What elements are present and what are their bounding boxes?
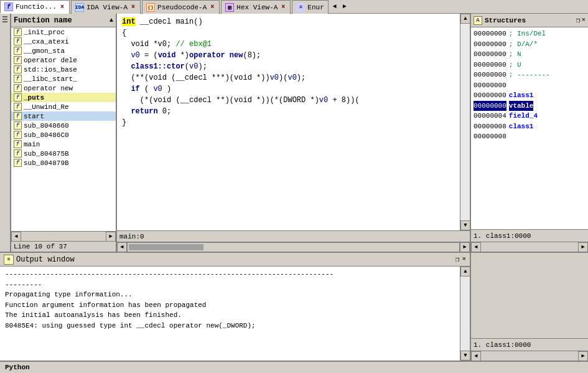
code-scroll-up[interactable]: ▲ (460, 14, 470, 24)
output-icon: ≡ (4, 255, 14, 265)
fn-name-cxa-atexi: __cxa_atexi (24, 38, 69, 45)
struct-line-field4[interactable]: 00000004 field_4 (474, 111, 586, 121)
output-line-1: ----------------------------------------… (5, 269, 455, 280)
bottom-left: ≡ Output window ❐ × --------------------… (0, 253, 470, 361)
structures-header-btns: ❐ × (576, 16, 586, 24)
sidebar-item-puts[interactable]: f _puts (11, 93, 116, 102)
sidebar-item-operator-new[interactable]: f operator new (11, 83, 116, 93)
tab-enumerations[interactable]: ≡ Enur (292, 0, 328, 14)
code-vscrollbar[interactable]: ▲ ▼ (460, 14, 470, 230)
code-line-6: class1::ctor(v0); (122, 61, 455, 72)
tab-nav-right[interactable]: ► (340, 0, 350, 13)
sidebar-item-sub-804875b[interactable]: f sub_804875B (11, 149, 116, 158)
hex-view-tab-close[interactable]: × (280, 4, 286, 11)
code-hscroll-right[interactable]: ► (460, 242, 470, 252)
fn-icon-main: f (14, 140, 22, 148)
output-scroll-track[interactable] (460, 276, 470, 351)
functions-tab-close[interactable]: × (59, 4, 65, 11)
struct-line-8-empty: 00000008 (474, 131, 586, 142)
sidebar-item-main[interactable]: f main (11, 139, 116, 149)
struct-line-2: 00000000 ; D/A/* (474, 39, 586, 50)
code-hscroll[interactable]: ◄ ► (117, 242, 470, 252)
struct-line-vtable[interactable]: 00000000 vtable (474, 101, 586, 111)
fn-icon-start: f (14, 112, 22, 120)
output-vscrollbar[interactable]: ▲ ▼ (460, 267, 470, 361)
left-edge-strip (0, 14, 11, 252)
struct-line-class1-2[interactable]: 00000008 class1 (474, 121, 586, 132)
bottom-right-scroll[interactable]: ◄ ► (471, 351, 588, 361)
sidebar-item-sub-80486c0[interactable]: f sub_80486C0 (11, 130, 116, 139)
pseudocode-tab-close[interactable]: × (209, 4, 215, 11)
tab-nav-left[interactable]: ◄ (330, 0, 340, 13)
output-close-btn[interactable]: × (462, 255, 466, 263)
code-hscroll-track[interactable] (127, 242, 460, 252)
bottom-right-class-ref: 1. class1:0000 (474, 341, 531, 349)
fn-icon-cxa-atexi: f (14, 37, 22, 45)
fn-icon-sub-804875b: f (14, 149, 22, 158)
output-restore-btn[interactable]: ❐ (455, 255, 460, 263)
output-content[interactable]: ----------------------------------------… (0, 267, 460, 361)
fn-icon-operator-dele: f (14, 56, 22, 64)
fn-name-libc-start: __libc_start_ (24, 75, 77, 83)
python-label: Python (5, 364, 30, 371)
sidebar-scroll-up-btn[interactable]: ▲ (110, 17, 113, 24)
code-hscroll-thumb (129, 244, 203, 250)
sidebar-item-init-proc[interactable]: f _init_proc (11, 27, 116, 37)
output-with-scroll: ----------------------------------------… (0, 267, 470, 361)
structures-hscroll-left[interactable]: ◄ (471, 242, 481, 252)
sidebar-item-cxa-atexi[interactable]: f __cxa_atexi (11, 37, 116, 46)
sidebar-status: Line 10 of 37 (11, 241, 116, 252)
fn-icon-puts: f (14, 93, 22, 102)
sidebar-scroll-right[interactable]: ► (106, 232, 116, 242)
output-scroll-down[interactable]: ▼ (460, 351, 470, 361)
sidebar-item-operator-dele[interactable]: f operator dele (11, 55, 116, 65)
tab-hex-view[interactable]: ▦ Hex View-A × (221, 0, 291, 14)
tab-ida-view[interactable]: IDA IDA View-A × (71, 0, 141, 14)
ida-view-tab-icon: IDA (75, 3, 84, 12)
left-edge-marks (0, 14, 10, 252)
fn-name-operator-dele: operator dele (24, 57, 77, 64)
enum-tab-label: Enur (307, 4, 324, 11)
ida-view-tab-label: IDA View-A (86, 4, 128, 11)
sidebar-item-start[interactable]: f start (11, 111, 116, 121)
sidebar-hscroll-track[interactable] (21, 232, 106, 241)
hex-view-tab-label: Hex View-A (236, 4, 278, 11)
code-hscroll-left[interactable]: ◄ (117, 242, 127, 252)
python-bar[interactable]: Python (0, 361, 588, 373)
tab-functions[interactable]: f Functio... × (0, 0, 70, 14)
bottom-right-status: 1. class1:0000 (471, 338, 588, 351)
sidebar-item-ios-base[interactable]: f std::ios_base (11, 65, 116, 74)
fn-name-main: main (24, 141, 40, 148)
output-line-4: Function argument information has been p… (5, 300, 455, 311)
sidebar-line-count: Line 10 of 37 (14, 243, 67, 250)
code-scroll-track[interactable] (460, 24, 470, 220)
fn-name-sub-804879b: sub_804879B (24, 159, 69, 167)
structures-restore-btn[interactable]: ❐ (576, 16, 581, 24)
code-scroll-down[interactable]: ▼ (460, 220, 470, 230)
tab-pseudocode[interactable]: {} Pseudocode-A × (142, 0, 220, 14)
sidebar: Function name ▲ f _init_proc f __cxa_ate… (11, 14, 117, 252)
structures-hscroll[interactable]: ◄ ► (471, 242, 588, 252)
structures-bottom-status: 1. class1:0000 (471, 229, 588, 242)
bottom-right-scroll-right[interactable]: ► (578, 351, 588, 361)
code-line-11: } (122, 117, 455, 128)
structures-hscroll-right[interactable]: ► (578, 242, 588, 252)
sidebar-scroll-left[interactable]: ◄ (11, 232, 21, 242)
structures-header: A Structures ❐ × (471, 14, 588, 27)
ida-view-tab-close[interactable]: × (130, 4, 136, 11)
sidebar-item-libc-start[interactable]: f __libc_start_ (11, 74, 116, 83)
structures-close-btn[interactable]: × (581, 16, 586, 24)
fn-icon-gmon-sta: f (14, 47, 22, 55)
struct-line-class1[interactable]: 00000000 class1 (474, 90, 586, 101)
code-content[interactable]: int __cdecl main() { void *v0; // ebx@1 … (117, 14, 460, 230)
fn-icon-operator-new: f (14, 84, 22, 92)
structures-content: 00000000 ; Ins/Del 00000000 ; D/A/* 0000… (471, 27, 588, 229)
sidebar-item-sub-804879b[interactable]: f sub_804879B (11, 158, 116, 168)
bottom-right-scroll-left[interactable]: ◄ (471, 351, 481, 361)
output-scroll-up[interactable]: ▲ (460, 267, 470, 276)
sidebar-item-unwind-re[interactable]: f __Unwind_Re (11, 102, 116, 111)
sidebar-hscroll[interactable]: ◄ ► (11, 231, 116, 241)
sidebar-item-gmon-sta[interactable]: f __gmon_sta (11, 46, 116, 55)
sidebar-item-sub-8048660[interactable]: f sub_8048660 (11, 121, 116, 130)
pseudocode-tab-label: Pseudocode-A (157, 4, 207, 11)
